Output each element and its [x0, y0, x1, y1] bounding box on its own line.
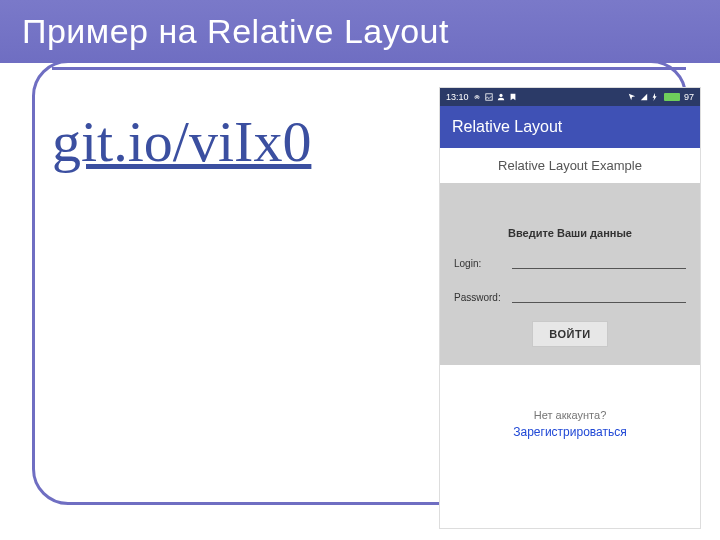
no-account-text: Нет аккаунта? — [440, 409, 700, 421]
infinity-icon — [473, 93, 481, 101]
register-link[interactable]: Зарегистрироваться — [440, 425, 700, 439]
form-heading: Введите Ваши данные — [454, 227, 686, 239]
slide-frame-underline — [52, 67, 686, 70]
footer: Нет аккаунта? Зарегистрироваться — [440, 365, 700, 439]
login-row: Login: — [454, 253, 686, 269]
battery-percent: 97 — [684, 92, 694, 102]
login-input[interactable] — [512, 253, 686, 269]
password-label: Password: — [454, 292, 504, 303]
screen-subtitle: Relative Layout Example — [440, 148, 700, 183]
slide-title: Пример на Relative Layout — [22, 12, 449, 51]
password-input[interactable] — [512, 287, 686, 303]
app-bar-title: Relative Layout — [452, 118, 562, 136]
image-icon — [485, 93, 493, 101]
app-bar: Relative Layout — [440, 106, 700, 148]
example-link[interactable]: git.io/viIx0 — [52, 108, 311, 175]
login-label: Login: — [454, 258, 504, 269]
phone-screenshot: 13:10 97 — [440, 88, 700, 528]
signal-icon — [640, 93, 648, 101]
password-row: Password: — [454, 287, 686, 303]
status-bar: 13:10 97 — [440, 88, 700, 106]
status-time: 13:10 — [446, 92, 469, 102]
bookmark-icon — [509, 93, 517, 101]
svg-point-1 — [499, 94, 502, 97]
location-icon — [628, 93, 636, 101]
login-button[interactable]: ВОЙТИ — [532, 321, 607, 347]
person-icon — [497, 93, 505, 101]
login-form: Введите Ваши данные Login: Password: ВОЙ… — [440, 183, 700, 365]
svg-rect-0 — [485, 94, 491, 100]
battery-icon — [664, 93, 680, 101]
lightning-icon — [652, 93, 660, 101]
